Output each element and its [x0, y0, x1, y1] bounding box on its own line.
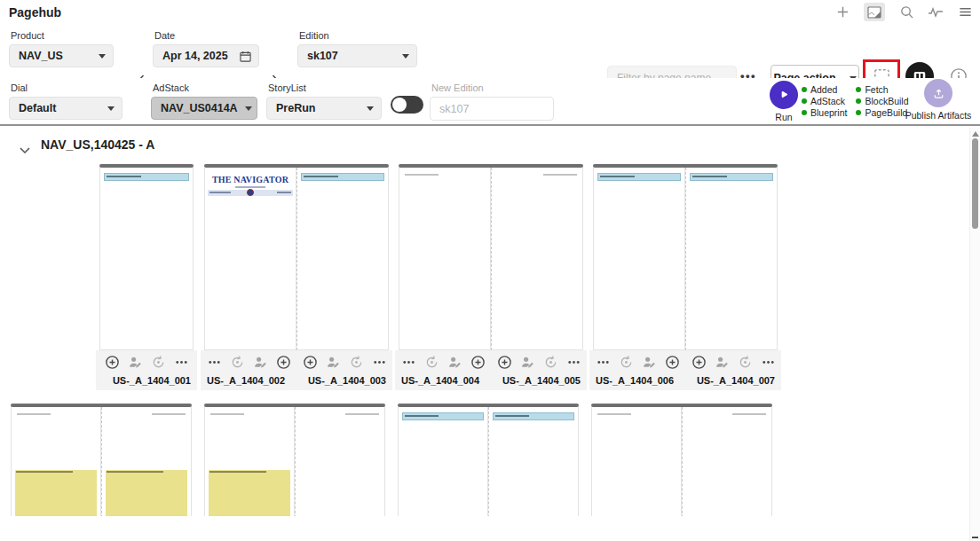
publish-label: Publish Artifacts: [899, 110, 977, 121]
assign-user-icon[interactable]: [326, 355, 341, 370]
new-edition-label: New Edition: [431, 82, 554, 93]
page-thumbnail[interactable]: THE NAVIGATOR: [204, 168, 296, 350]
rebuild-icon[interactable]: [230, 355, 245, 370]
page-thumbnail[interactable]: [296, 168, 389, 350]
add-circle-icon[interactable]: [303, 355, 318, 370]
rebuild-icon[interactable]: [349, 355, 364, 370]
page-label: US-_A_1404_002: [207, 375, 285, 386]
page-thumbnail[interactable]: [591, 407, 682, 516]
storylist-select[interactable]: PreRun: [266, 97, 382, 120]
page-thumbnail[interactable]: [101, 407, 192, 516]
status-dot: [856, 98, 861, 104]
edition-select[interactable]: sk107: [297, 44, 417, 67]
page-thumbnail[interactable]: [491, 168, 583, 350]
menu-icon[interactable]: [957, 4, 973, 20]
page-group: [588, 404, 776, 516]
legend-label: AdStack: [810, 96, 845, 106]
assign-user-icon[interactable]: [253, 355, 268, 370]
folio-text: [345, 413, 379, 415]
more-options-icon[interactable]: [596, 355, 611, 370]
add-circle-icon[interactable]: [497, 355, 512, 370]
chevron-down-icon: [107, 106, 115, 111]
assign-user-icon[interactable]: [128, 355, 143, 370]
add-circle-icon[interactable]: [692, 355, 707, 370]
page-label: US-_A_1404_005: [502, 375, 581, 386]
assign-user-icon[interactable]: [642, 355, 657, 370]
page-thumbnail[interactable]: [593, 168, 685, 350]
more-options-icon[interactable]: [566, 355, 581, 370]
run-control: Run: [769, 81, 799, 122]
publish-artifacts-button[interactable]: [924, 79, 952, 107]
page-thumbnail[interactable]: [99, 168, 194, 350]
pagehub-app: Pagehub Product NAV_US: [0, 0, 980, 541]
chevron-down-icon: [402, 54, 409, 59]
search-icon[interactable]: [898, 4, 914, 20]
assign-user-icon[interactable]: [715, 355, 730, 370]
calendar-icon: [240, 51, 251, 62]
new-edition-field: New Edition: [430, 82, 554, 121]
page-group: [7, 404, 195, 516]
new-edition-toggle[interactable]: [391, 96, 423, 114]
rebuild-icon[interactable]: [543, 355, 558, 370]
adstack-label: AdStack: [153, 82, 257, 93]
run-label: Run: [769, 112, 799, 122]
page-thumbnail[interactable]: [488, 407, 579, 516]
page-thumbnail[interactable]: [682, 407, 772, 516]
more-options-icon[interactable]: [174, 355, 189, 370]
rebuild-icon[interactable]: [424, 355, 439, 370]
ad-block: [15, 470, 97, 516]
page-thumbnail[interactable]: [295, 407, 385, 516]
dial-field: Dial Default: [9, 82, 122, 120]
more-options-icon[interactable]: [207, 355, 222, 370]
rebuild-icon[interactable]: [151, 355, 166, 370]
product-value: NAV_US: [19, 50, 63, 62]
add-circle-icon[interactable]: [105, 355, 120, 370]
more-options-icon[interactable]: [372, 355, 387, 370]
new-edition-input[interactable]: [430, 97, 554, 121]
legend-label: Fetch: [865, 84, 888, 95]
adstack-select[interactable]: NAV_US0414A: [151, 97, 257, 120]
legend-item: Blueprint: [802, 106, 847, 118]
play-icon: [777, 88, 791, 102]
scroll-down-icon[interactable]: [972, 537, 978, 538]
masthead-title: THE NAVIGATOR: [205, 175, 296, 184]
page-thumbnail[interactable]: [399, 168, 491, 350]
add-circle-icon[interactable]: [470, 355, 486, 370]
page-thumbnail[interactable]: [685, 168, 778, 350]
assign-user-icon[interactable]: [520, 355, 535, 370]
toolbar-primary: Product NAV_US Date Apr 14, 2025 Edition…: [0, 25, 980, 79]
section-collapse-icon[interactable]: [20, 141, 30, 157]
header-icon-bar: [834, 0, 973, 24]
headline-bar: [690, 173, 773, 181]
more-options-icon[interactable]: [761, 355, 776, 370]
scroll-up-icon[interactable]: [971, 130, 979, 137]
assign-user-icon[interactable]: [447, 355, 462, 370]
folio-text: [210, 413, 244, 415]
add-circle-icon[interactable]: [665, 355, 680, 370]
storylist-field: StoryList PreRun: [266, 82, 382, 120]
image-preview-icon[interactable]: [864, 3, 885, 21]
more-options-icon[interactable]: [401, 355, 416, 370]
vertical-scrollbar[interactable]: [969, 128, 980, 541]
folio-text: [597, 413, 631, 415]
headline-bar: [104, 173, 189, 181]
product-select[interactable]: NAV_US: [9, 44, 114, 67]
ad-block: [106, 470, 187, 516]
storylist-label: StoryList: [268, 82, 382, 93]
folio-text: [17, 413, 51, 415]
date-picker[interactable]: Apr 14, 2025: [153, 44, 259, 67]
edition-label: Edition: [299, 30, 417, 41]
masthead-subline: [235, 186, 265, 188]
dial-select[interactable]: Default: [9, 97, 122, 120]
activity-icon[interactable]: [928, 4, 944, 20]
run-button[interactable]: [770, 81, 798, 109]
page-thumbnail[interactable]: [11, 407, 101, 516]
page-thumbnail[interactable]: [398, 407, 488, 516]
add-circle-icon[interactable]: [276, 355, 291, 370]
rebuild-icon[interactable]: [619, 355, 634, 370]
page-label: US-_A_1404_006: [596, 375, 674, 386]
scrollbar-thumb[interactable]: [972, 138, 978, 229]
page-thumbnail[interactable]: [204, 407, 295, 516]
add-icon[interactable]: [834, 4, 850, 20]
rebuild-icon[interactable]: [738, 355, 753, 370]
